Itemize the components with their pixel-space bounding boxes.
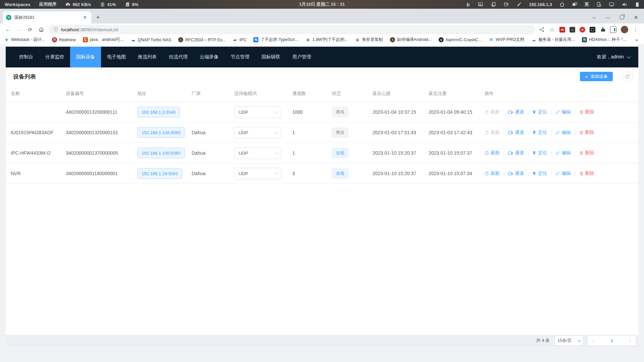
bookmark-copy-tool[interactable]: ⊕免登录复制 [355,37,383,43]
channels-action[interactable]: 通道 [508,170,524,176]
edit-action[interactable]: 编辑 [555,130,571,136]
window-restore-button[interactable] [619,15,625,20]
bookmark-article[interactable]: ⊕1.8W字|了不起的... [305,37,348,43]
locate-action[interactable]: 定位 [532,150,547,156]
bookmark-cloud-server[interactable]: ☁服务器 - 轻量应用... [531,37,575,43]
nav-item-gb-cascade[interactable]: 国标级联 [255,47,286,67]
window-minimize-button[interactable]: — [605,15,610,20]
channels-action[interactable]: 通道 [508,150,524,156]
bookmark-rfc2833[interactable]: ●RFC2833 – RTP Ev... [178,37,226,42]
next-page-button[interactable]: › [629,338,631,344]
screenshot-tray-icon[interactable] [478,2,484,7]
nav-item-console[interactable]: 控制台 [13,47,39,67]
refresh-list-button[interactable] [622,71,633,82]
user-menu[interactable]: 欢迎，admin [597,47,638,67]
dark-reader-extension-icon[interactable]: ◒ [569,27,575,33]
bookmark-hdatmos[interactable]: NHDAtmos :: 种子 *... [582,37,626,43]
forward-button[interactable]: → [14,25,23,34]
bookmark-qnap[interactable]: ☁QNAP Turbo NAS [131,37,171,42]
bookmark-redmine[interactable]: RRedmine [52,37,76,42]
channels-action[interactable]: 通道 [508,109,524,115]
channels-action[interactable]: 通道 [508,130,524,136]
bookmark-zhihu[interactable]: 知了不起的 TypeScri... [253,37,298,43]
tab-close-icon[interactable]: ✕ [82,15,88,20]
edit-action[interactable]: 编辑 [555,150,571,156]
nav-item-map[interactable]: 电子地图 [101,47,132,67]
window-close-button[interactable]: ✕ [633,15,639,20]
site-info-icon[interactable]: ⓘ [54,27,58,33]
bookmark-android-compile[interactable]: ♟如何编译Android... [390,37,432,43]
share-icon[interactable] [539,27,545,33]
battery-icon[interactable] [634,2,640,7]
stream-mode-select[interactable]: UDP [234,127,281,139]
applications-menu[interactable]: 应用程序 [39,1,56,7]
extensions-puzzle-icon[interactable] [600,27,606,33]
refresh-action[interactable]: 刷新 [485,170,500,176]
stream-mode-select[interactable]: UDP [234,106,281,118]
current-page-number[interactable]: 1 [610,338,613,343]
cpu-indicator[interactable]: 41% [100,2,116,7]
bookmark-star-icon[interactable]: ☆ [549,27,555,33]
nav-item-split-monitor[interactable]: 分屏监控 [39,47,70,67]
browser-menu-icon[interactable]: ⋮ [633,27,639,33]
bookmark-wvp-doc[interactable]: WWVP-PRO文档 [489,37,524,43]
edit-action[interactable]: 编辑 [555,170,571,176]
nav-item-cloud-record[interactable]: 云端录像 [194,47,225,67]
nav-item-gb-devices[interactable]: 国标设备 [70,47,101,67]
reload-button[interactable]: ⟳ [26,25,35,34]
locate-action[interactable]: 定位 [532,170,547,176]
js-extension-icon[interactable]: JS [559,27,565,33]
sidebar-extension-icon[interactable] [610,27,616,33]
workspaces-button[interactable]: Workspaces [5,2,30,7]
bookmark-folder-ipc[interactable]: ▰IPC [233,37,247,42]
prev-page-button[interactable]: ‹ [593,338,594,344]
display-settings-icon[interactable] [609,2,614,7]
volume-icon[interactable] [622,2,627,7]
ip-address-indicator[interactable]: 192.168.1.3 [529,2,552,7]
device-address-chip[interactable]: 192.168.1.3:3346 [137,107,180,117]
bing-tray-icon[interactable]: b [465,2,471,7]
network-speed-indicator[interactable]: 962 KB/s [65,2,91,7]
nav-item-node-manage[interactable]: 节点管理 [225,47,255,67]
phone-link-icon[interactable] [596,2,602,7]
input-method-indicator[interactable]: 英 [585,1,589,7]
refresh-action[interactable]: 刷新 [485,150,500,156]
bookmark-webstack[interactable]: ❖Webstack - 设计... [4,37,45,43]
device-address-chip[interactable]: 192.168.1.19:5061 [137,168,182,179]
adblock-extension-icon[interactable]: ⊘ [580,27,585,33]
home-tray-icon[interactable] [559,2,565,7]
locate-action[interactable]: 定位 [532,109,547,115]
window-switcher-icon[interactable] [572,2,578,7]
refresh-action[interactable]: 刷新 [485,109,500,115]
add-device-button[interactable]: +添加设备 [580,72,613,81]
nav-item-push-streams[interactable]: 推流列表 [132,47,163,67]
home-button[interactable] [37,25,46,34]
browser-tab-active[interactable]: 国标28181 ✕ [3,11,91,23]
screenshot-extension-icon[interactable] [590,27,595,33]
locate-action[interactable]: 定位 [532,130,547,136]
nav-item-pull-proxy[interactable]: 拉流代理 [163,47,194,67]
coffee-tray-icon[interactable] [503,2,509,7]
clipboard-tray-icon[interactable] [491,2,496,7]
stream-mode-select[interactable]: UDP [234,147,281,159]
profile-avatar[interactable] [621,26,628,33]
edit-action[interactable]: 编辑 [555,109,571,115]
device-address-chip[interactable]: 192.168.1.100:5060 [137,148,185,158]
page-size-select[interactable]: 15条/页 [554,335,583,346]
tab-search-chevron-icon[interactable] [591,15,596,20]
memory-indicator[interactable]: 8% [125,2,138,7]
bookmarks-overflow-chevron[interactable]: » [635,37,640,43]
delete-action[interactable]: 删除 [579,130,594,136]
address-bar[interactable]: ⓘ localhost:38080/#/deviceList [49,25,535,34]
color-picker-tray-icon[interactable] [516,2,522,7]
bookmark-github[interactable]: ●hairrrrr/C-CrashC... [439,37,482,42]
bookmark-csdn[interactable]: Cjava、android可... [83,37,123,43]
stream-mode-select[interactable]: UDP [234,168,281,179]
nav-item-user-manage[interactable]: 用户管理 [286,47,317,67]
delete-action[interactable]: 删除 [579,109,594,115]
device-address-chip[interactable]: 192.168.1.108:5060 [137,127,185,138]
new-tab-button[interactable]: + [93,13,103,22]
refresh-action[interactable]: 刷新 [485,130,500,136]
back-button[interactable]: ← [3,25,12,34]
delete-action[interactable]: 删除 [579,150,594,156]
